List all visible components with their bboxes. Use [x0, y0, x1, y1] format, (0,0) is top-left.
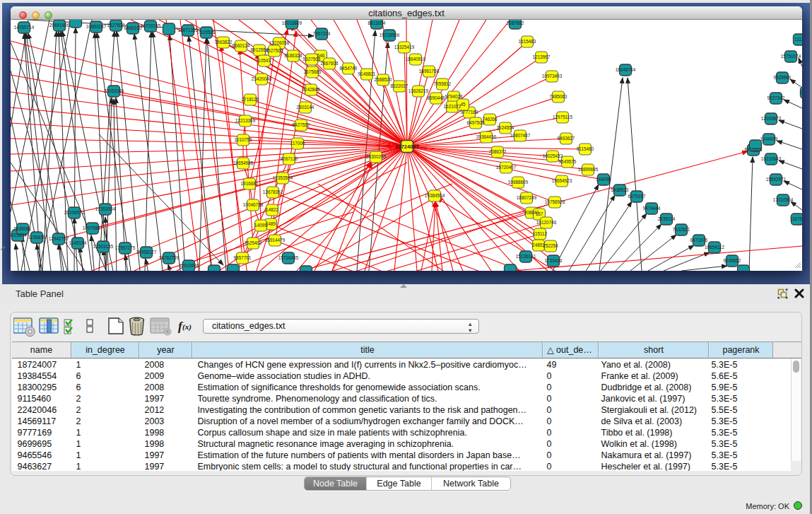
- svg-text:12942757: 12942757: [49, 236, 69, 241]
- svg-text:15692971: 15692971: [766, 177, 787, 182]
- svg-text:7485063: 7485063: [550, 94, 567, 99]
- svg-text:1916682: 1916682: [241, 181, 259, 186]
- svg-text:9794028: 9794028: [445, 94, 463, 99]
- svg-text:9549575: 9549575: [559, 159, 577, 164]
- svg-text:13325: 13325: [800, 90, 802, 95]
- svg-text:19654985: 19654985: [233, 160, 254, 165]
- svg-text:9227342: 9227342: [767, 95, 785, 100]
- svg-text:19654923: 19654923: [552, 178, 572, 183]
- svg-text:10688609: 10688609: [508, 180, 529, 185]
- svg-text:2803144: 2803144: [297, 105, 314, 110]
- svg-text:8660124: 8660124: [233, 43, 250, 48]
- svg-text:2867608: 2867608: [321, 61, 339, 66]
- svg-text:1010755: 1010755: [235, 137, 252, 142]
- svg-text:1156839: 1156839: [28, 235, 46, 240]
- svg-text:7515526: 7515526: [198, 30, 216, 35]
- svg-text:16914479: 16914479: [265, 238, 286, 243]
- svg-text:45: 45: [460, 102, 466, 107]
- svg-text:14055714: 14055714: [14, 25, 35, 30]
- svg-text:10046738: 10046738: [243, 202, 264, 207]
- svg-text:9329966: 9329966: [774, 75, 792, 80]
- svg-text:18724007: 18724007: [395, 144, 418, 150]
- svg-text:16782759: 16782759: [159, 255, 180, 260]
- svg-text:13226058: 13226058: [269, 40, 290, 45]
- svg-text:8427552: 8427552: [293, 122, 310, 127]
- svg-text:13678352: 13678352: [263, 189, 283, 194]
- svg-text:10719185: 10719185: [141, 23, 161, 28]
- svg-text:164095: 164095: [596, 177, 611, 182]
- svg-text:7625402: 7625402: [245, 240, 262, 245]
- svg-text:16671355: 16671355: [178, 28, 199, 33]
- svg-text:9857791: 9857791: [234, 255, 252, 260]
- svg-text:1489: 1489: [266, 221, 276, 226]
- svg-text:17353934: 17353934: [95, 206, 116, 211]
- svg-text:9242848: 9242848: [302, 87, 320, 92]
- svg-text:13325419: 13325419: [394, 45, 415, 49]
- svg-text:116753: 116753: [790, 216, 802, 221]
- svg-text:9327508: 9327508: [303, 57, 321, 62]
- svg-text:10653287: 10653287: [86, 24, 107, 29]
- svg-text:1112: 1112: [794, 37, 802, 42]
- svg-text:14099: 14099: [254, 223, 267, 228]
- svg-text:14822: 14822: [266, 207, 278, 212]
- svg-text:252254: 252254: [543, 243, 558, 248]
- svg-text:167: 167: [536, 211, 543, 216]
- svg-text:12503135: 12503135: [93, 244, 114, 249]
- svg-text:19218506: 19218506: [379, 33, 400, 37]
- svg-text:7955812: 7955812: [434, 81, 452, 86]
- svg-text:10958127: 10958127: [136, 250, 157, 255]
- svg-text:8990448: 8990448: [428, 95, 445, 100]
- svg-text:8186328: 8186328: [285, 53, 302, 58]
- svg-text:20691406: 20691406: [49, 23, 70, 28]
- svg-text:2718126: 2718126: [242, 97, 259, 102]
- svg-text:2588520: 2588520: [375, 77, 392, 82]
- svg-text:6466160: 6466160: [124, 25, 142, 30]
- svg-text:2087682: 2087682: [507, 21, 524, 25]
- svg-text:10543: 10543: [258, 58, 271, 63]
- svg-text:6379197: 6379197: [628, 194, 646, 199]
- svg-text:7357224: 7357224: [313, 31, 331, 36]
- svg-text:18640910: 18640910: [406, 57, 426, 62]
- svg-text:15751074: 15751074: [781, 54, 801, 59]
- svg-text:10973493: 10973493: [542, 74, 563, 78]
- svg-text:15720407: 15720407: [496, 165, 517, 170]
- svg-text:1213967: 1213967: [533, 54, 551, 59]
- svg-text:2935114: 2935114: [658, 216, 676, 221]
- svg-text:15136141: 15136141: [516, 254, 536, 259]
- svg-text:8322037: 8322037: [391, 83, 408, 88]
- svg-text:8813054: 8813054: [368, 21, 386, 25]
- svg-text:23420046: 23420046: [252, 76, 272, 81]
- svg-text:746266: 746266: [482, 117, 498, 122]
- svg-text:12923446: 12923446: [179, 263, 199, 268]
- svg-text:13626215: 13626215: [408, 88, 429, 93]
- svg-text:16961758: 16961758: [419, 69, 440, 74]
- svg-text:10807487: 10807487: [510, 133, 531, 138]
- svg-text:1145194: 1145194: [69, 240, 87, 245]
- svg-text:9474444: 9474444: [643, 206, 661, 211]
- svg-text:10654112: 10654112: [705, 245, 724, 250]
- svg-text:16033809: 16033809: [282, 21, 302, 25]
- svg-text:19384554: 19384554: [425, 193, 445, 198]
- svg-text:3527505: 3527505: [266, 48, 283, 53]
- svg-text:9245652: 9245652: [724, 258, 741, 263]
- svg-text:9115460: 9115460: [577, 146, 594, 151]
- svg-text:3624554: 3624554: [497, 125, 514, 130]
- svg-text:16120746: 16120746: [536, 220, 557, 225]
- svg-text:9463627: 9463627: [558, 136, 575, 141]
- svg-text:20364436: 20364436: [476, 134, 497, 139]
- svg-text:9267130: 9267130: [281, 156, 298, 161]
- svg-text:10899695: 10899695: [578, 167, 599, 172]
- svg-text:1244419: 1244419: [760, 136, 778, 141]
- svg-text:8454749: 8454749: [340, 66, 358, 71]
- svg-text:115112: 115112: [533, 231, 548, 236]
- svg-text:7386372: 7386372: [489, 149, 507, 154]
- svg-text:17010504: 17010504: [773, 197, 794, 202]
- svg-text:1527602: 1527602: [107, 23, 125, 28]
- svg-text:12213369: 12213369: [235, 118, 256, 123]
- svg-text:7632621: 7632621: [673, 227, 690, 232]
- svg-text:9146821: 9146821: [358, 71, 376, 76]
- svg-text:12093873: 12093873: [761, 116, 782, 121]
- svg-text:(x): (x): [182, 322, 192, 332]
- svg-text:16210643: 16210643: [761, 156, 782, 161]
- svg-text:12353594: 12353594: [273, 175, 293, 180]
